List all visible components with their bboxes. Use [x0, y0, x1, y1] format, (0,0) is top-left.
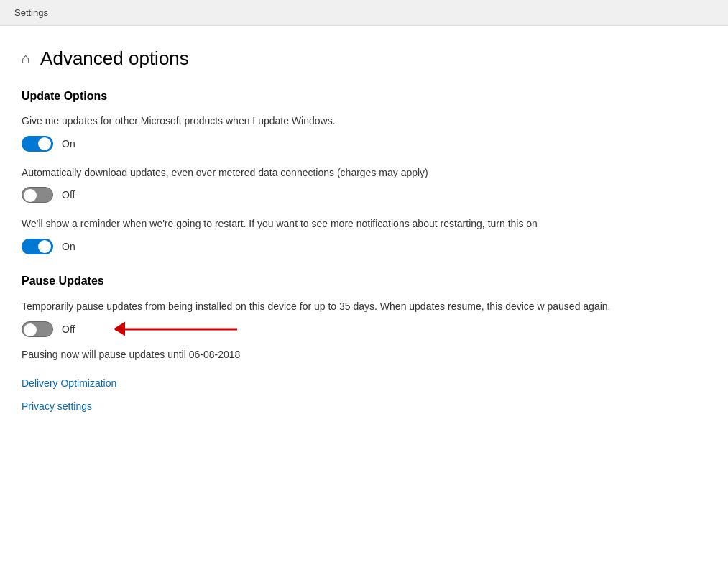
pause-toggle-knob [24, 323, 37, 336]
pause-toggle-row: Off [22, 321, 75, 337]
option1-toggle-row: On [22, 136, 706, 152]
delivery-optimization-link[interactable]: Delivery Optimization [22, 377, 706, 389]
pause-toggle[interactable] [22, 321, 53, 337]
content: ⌂ Advanced options Update Options Give m… [0, 26, 728, 446]
top-bar: Settings [0, 0, 728, 26]
arrow-line [115, 328, 237, 330]
option1-toggle-label: On [62, 138, 75, 150]
pause-updates-section: Pause Updates Temporarily pause updates … [22, 275, 706, 412]
option2-toggle[interactable] [22, 187, 53, 203]
pause-date: Pausing now will pause updates until 06-… [22, 349, 706, 360]
top-bar-title: Settings [14, 7, 48, 18]
option1-toggle[interactable] [22, 136, 53, 152]
option2-toggle-knob [24, 189, 37, 202]
option2-description: Automatically download updates, even ove… [22, 166, 706, 180]
privacy-settings-link[interactable]: Privacy settings [22, 400, 706, 412]
option3-toggle[interactable] [22, 239, 53, 254]
header-row: ⌂ Advanced options [22, 47, 706, 70]
pause-description: Temporarily pause updates from being ins… [22, 299, 706, 314]
pause-toggle-container: Off [22, 321, 75, 337]
option3-toggle-row: On [22, 239, 706, 254]
option3-toggle-label: On [62, 241, 75, 252]
option3-toggle-knob [38, 240, 51, 253]
option2-toggle-label: Off [62, 189, 75, 201]
option3-description: We'll show a reminder when we're going t… [22, 217, 706, 231]
window: Settings ⌂ Advanced options Update Optio… [0, 0, 728, 588]
arrow-head [114, 322, 125, 336]
pause-updates-title: Pause Updates [22, 275, 706, 288]
update-options-section: Update Options Give me updates for other… [22, 90, 706, 254]
pause-toggle-label: Off [62, 323, 75, 335]
home-icon[interactable]: ⌂ [22, 50, 30, 67]
update-options-title: Update Options [22, 90, 706, 103]
option1-toggle-knob [38, 137, 51, 150]
option2-toggle-row: Off [22, 187, 706, 203]
page-title: Advanced options [40, 47, 189, 70]
option1-description: Give me updates for other Microsoft prod… [22, 114, 706, 129]
red-arrow [115, 328, 237, 330]
